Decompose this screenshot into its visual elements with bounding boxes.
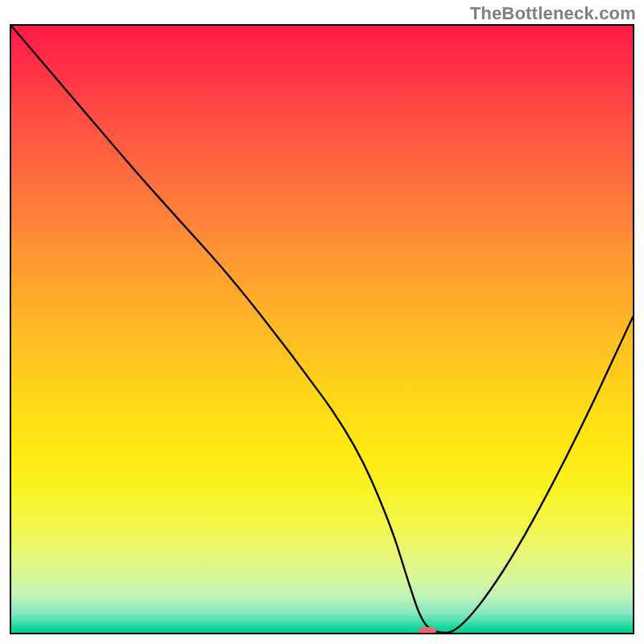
plot-area — [10, 24, 634, 634]
watermark-text: TheBottleneck.com — [470, 3, 636, 24]
chart-container: TheBottleneck.com — [0, 0, 644, 644]
curve-minimum-marker — [419, 627, 436, 634]
line-curve — [11, 26, 633, 633]
